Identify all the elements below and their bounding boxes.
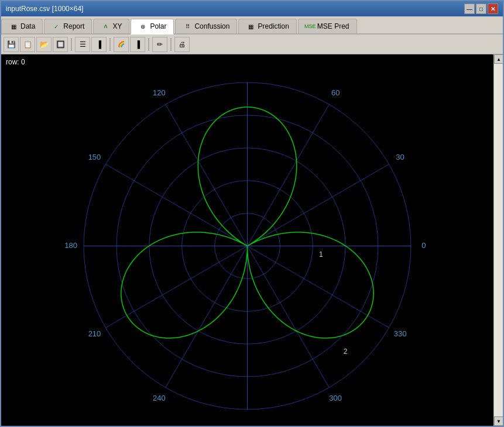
- table-icon: ▦: [9, 22, 18, 31]
- print-button[interactable]: 🖨: [174, 37, 190, 52]
- scroll-up-button[interactable]: ▲: [494, 54, 503, 64]
- copy-button[interactable]: 📋: [20, 37, 35, 52]
- save-button[interactable]: 💾: [4, 37, 19, 52]
- close-button[interactable]: ✕: [488, 4, 498, 14]
- bar-icon: ▐: [97, 40, 102, 49]
- vertical-scrollbar[interactable]: ▲ ▼: [493, 54, 503, 426]
- tab-bar: ▦ Data ✓ Report Λ XY ⊛ Polar ⠿ Confussio…: [1, 16, 503, 35]
- toolbar: 💾 📋 📂 🔲 ☰ ▐ 🌈 ▐ ✏ 🖨: [1, 35, 503, 54]
- tab-confussion-label: Confussion: [194, 22, 229, 30]
- mse-icon: MSE: [306, 22, 315, 31]
- tab-msepred-label: MSE Pred: [317, 22, 349, 30]
- bw-icon: ▐: [135, 40, 140, 49]
- tab-data[interactable]: ▦ Data: [1, 19, 43, 33]
- tab-polar-label: Polar: [150, 22, 166, 30]
- toolbar-separator-2: [109, 38, 111, 51]
- bar-button[interactable]: ▐: [91, 37, 107, 52]
- tab-prediction-label: Prediction: [258, 22, 289, 30]
- bw-button[interactable]: ▐: [130, 37, 145, 52]
- conf-icon: ⠿: [183, 22, 192, 31]
- line-icon: ☰: [80, 40, 86, 49]
- edit-icon: ✏: [157, 40, 163, 49]
- extra-icon: 🔲: [56, 40, 65, 49]
- row-label: row: 0: [6, 58, 25, 66]
- scroll-down-button[interactable]: ▼: [494, 416, 503, 426]
- window-title: inputRose.csv [1000×64]: [6, 5, 83, 13]
- copy-icon: 📋: [23, 40, 32, 49]
- maximize-button[interactable]: □: [476, 4, 486, 14]
- toolbar-separator-3: [148, 38, 149, 51]
- toolbar-separator-1: [71, 38, 72, 51]
- print-icon: 🖨: [179, 40, 186, 49]
- scroll-track[interactable]: [494, 64, 503, 416]
- color-button[interactable]: 🌈: [114, 37, 129, 52]
- tab-polar[interactable]: ⊛ Polar: [131, 19, 174, 35]
- tab-msepred[interactable]: MSE MSE Pred: [298, 19, 357, 33]
- title-bar-buttons: — □ ✕: [464, 4, 498, 14]
- save-icon: 💾: [7, 40, 16, 49]
- tab-prediction[interactable]: ▦ Prediction: [238, 19, 296, 33]
- minimize-button[interactable]: —: [464, 4, 475, 14]
- open-icon: 📂: [40, 40, 49, 49]
- check-icon: ✓: [52, 22, 61, 31]
- tab-confussion[interactable]: ⠿ Confussion: [175, 19, 237, 33]
- tab-report-label: Report: [63, 22, 84, 30]
- pred-icon: ▦: [246, 22, 255, 31]
- main-window: inputRose.csv [1000×64] — □ ✕ ▦ Data ✓ R…: [0, 0, 504, 427]
- edit-button[interactable]: ✏: [152, 37, 167, 52]
- toolbar-separator-4: [170, 38, 172, 51]
- tab-xy-label: XY: [112, 22, 122, 30]
- polar-plot-area: row: 0: [1, 54, 493, 426]
- line-button[interactable]: ☰: [75, 37, 90, 52]
- content-area: row: 0 ▲ ▼: [1, 54, 503, 426]
- tab-data-label: Data: [20, 22, 35, 30]
- polar-chart-canvas: [1, 54, 493, 426]
- tab-report[interactable]: ✓ Report: [44, 19, 92, 33]
- color-icon: 🌈: [118, 41, 125, 47]
- open-button[interactable]: 📂: [36, 37, 52, 52]
- title-bar: inputRose.csv [1000×64] — □ ✕: [1, 1, 503, 16]
- xy-icon: Λ: [101, 22, 110, 31]
- polar-icon: ⊛: [138, 22, 148, 31]
- tab-xy[interactable]: Λ XY: [93, 19, 129, 33]
- extra-button[interactable]: 🔲: [53, 37, 68, 52]
